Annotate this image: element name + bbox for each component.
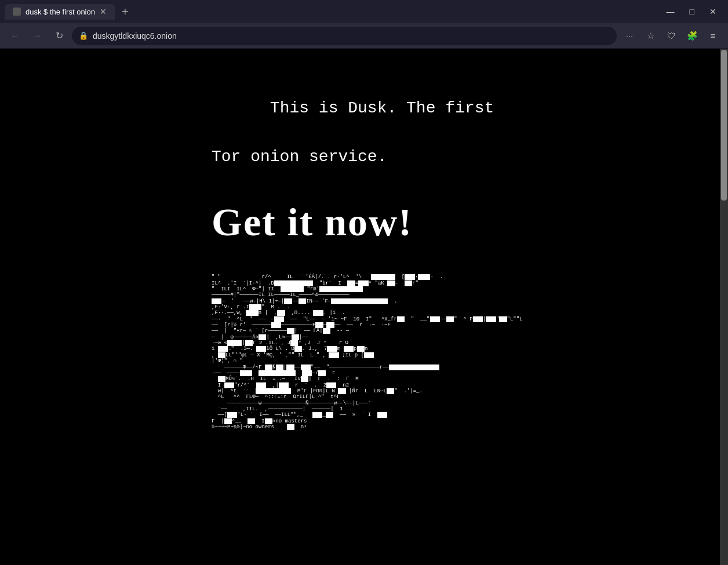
new-tab-button[interactable]: + [117,5,133,19]
scrollbar-thumb[interactable] [721,50,727,201]
ascii-line-10: —— | "«r— ≈ ` [r—————— | —— ΓÄ| -- — [212,328,349,334]
star-icon: ☆ [647,31,654,41]
navbar: ← → ↻ 🔒 ··· ☆ 🛡 🧩 ≡ [0,23,728,49]
shield-button[interactable]: 🛡 [662,27,680,45]
ascii-line-21: ^L `^^ ΓLΦ— ^::Γ=:r ΩrILΓ|L ^" t^Γ [212,394,340,400]
back-icon: ← [10,31,20,41]
extensions-icon: 🧩 [687,31,698,41]
cta-text: Get it now! [212,200,413,244]
ascii-line-20: w| ^t `` M'Γ |FΠn|L N |Ñr L LN—L " .'|=_… [212,388,423,394]
ascii-line-9: —— [r|½ r' —————— ——————————F — —— —— r … [212,322,391,328]
extensions-button[interactable]: 🧩 [683,27,701,45]
ascii-line-18: MÛ≈`. .H IL = .— `Iv | Γ . : Γ M [212,376,359,382]
tab-favicon [13,8,21,16]
ascii-line-23: `—— ` ,IIL. ,———————————| ——————| 1 . [212,406,352,412]
bookmark-button[interactable]: ☆ [641,27,660,45]
maximize-button[interactable]: □ [683,5,701,19]
ascii-line-13: i =" .3—. lÔ L\ . B . J., 7 m p n [212,346,367,352]
ascii-line-12: ·—∞ « | Γ 2 .IL. , J ° ,J J ° ` r Ω [212,340,348,346]
more-button[interactable]: ··· [620,27,639,45]
scrollbar-track[interactable] [720,49,728,565]
headline-line2: Tor onion service. [212,148,387,166]
ascii-line-6: ,F·'V·, r .I " M . . [212,304,290,310]
headline: This is Dusk. The first Tor onion servic… [0,72,728,194]
tab-label: dusk $ the first onion [26,8,95,16]
ascii-line-11: — | φ——————Ä≈ | ,L≈—— |—— [212,334,308,340]
window-controls: — □ ✕ [660,5,723,19]
lock-icon: 🔒 [79,31,88,40]
tab-bar: dusk $ the first onion ✕ + [5,4,657,20]
ascii-line-5: — ' ——w—|H\ 1|÷—| —— IN—· 'F— . [212,298,397,304]
cta-heading: Get it now! [0,199,728,245]
menu-button[interactable]: ≡ [704,27,722,45]
ascii-line-19: I "r/^` ,| r ` . 2 n2 [212,382,349,388]
ascii-line-4: ——————#|"——————IL IL—————IL_————^4——————… [212,292,350,298]
browser-content: This is Dusk. The first Tor onion servic… [0,49,728,565]
content-wrapper: This is Dusk. The first Tor onion servic… [0,49,728,565]
ascii-line-14: , LL"'"φL — X 'MÇ, ' ,"" IL L " , ;IL p … [212,352,374,358]
menu-icon: ≡ [711,31,716,41]
active-tab[interactable]: dusk $ the first onion ✕ [5,4,115,20]
ascii-line-24: ——[ 'L· ` I—— ——ILL"",_ _ —— » ` I [212,412,387,418]
ascii-line-26: ½~~~~P~¾½|~no owners n² [212,424,307,430]
back-button[interactable]: ← [6,27,24,45]
ascii-line-8: ——· " ^L " —— — —— "L—— — '1~ ~F 10 I" ^… [212,316,523,322]
forward-button[interactable]: → [28,27,46,45]
ascii-line-3: " ILI IL^ Φ—"| II "rm' [212,286,363,292]
ascii-line-25: Γ | ^__ I ≈no masters [212,418,307,424]
tab-close-button[interactable]: ✕ [100,8,107,16]
minimize-button[interactable]: — [660,5,682,19]
headline-line1: This is Dusk. The first [270,99,494,117]
ascii-line-1: " " r/^ IL ``'ÉÂ|/. . r·'L^ '\ [ · · . [212,274,443,280]
refresh-icon: ↻ [56,30,63,41]
ascii-line-22: ——————————w——————————————Ñ————————w——\——… [212,400,371,406]
address-input[interactable] [93,31,610,41]
more-icon: ··· [626,31,634,41]
ascii-art: " " r/^ IL ``'ÉÂ|/. . r·'L^ '\ [ · · . I… [0,263,728,442]
close-button[interactable]: ✕ [702,5,723,19]
refresh-button[interactable]: ↻ [50,27,68,45]
ascii-line-7: ,F··.——,w, n | , ,Π.... . |1 . [212,310,345,316]
ascii-line-16: ——————Φ——/~Γ Ñ | —— "—— "———————————————… [212,364,439,370]
forward-icon: → [32,31,42,41]
shield-icon: 🛡 [667,31,676,41]
ascii-line-2: IL^ .'I `|I·^| .D "br` I ≡ ^ "aK — r" [212,280,418,286]
address-bar-container[interactable]: 🔒 [72,27,617,45]
nav-right-buttons: ··· ☆ 🛡 🧩 ≡ [620,27,722,45]
ascii-line-17: ·—— ———— —/ Γ [212,370,336,376]
titlebar: dusk $ the first onion ✕ + — □ ✕ [0,0,728,23]
ascii-line-15: |'Φ¦", ∩ " [212,358,243,364]
